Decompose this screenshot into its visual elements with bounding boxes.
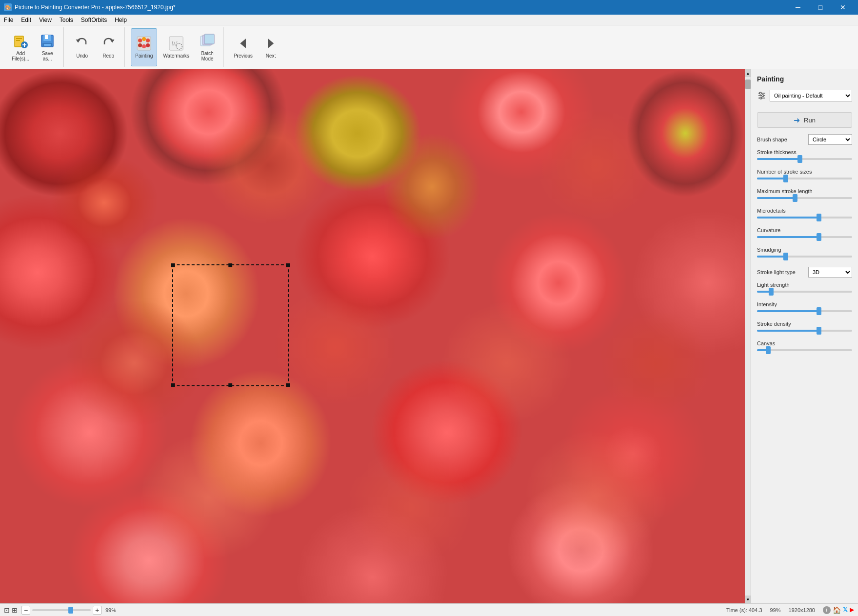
slider-track-light-strength[interactable] [757, 291, 852, 293]
save-as-button[interactable]: Save as... [35, 28, 60, 66]
next-button[interactable]: Next [259, 28, 283, 66]
slider-thumb-num-stroke-sizes[interactable] [783, 175, 788, 182]
fit-view-button[interactable]: ⊡ [4, 606, 10, 614]
slider-thumb-canvas[interactable] [766, 346, 771, 354]
painting-label: Painting [135, 53, 153, 59]
slider-thumb-curvature[interactable] [817, 233, 821, 241]
menu-edit[interactable]: Edit [17, 15, 35, 25]
svg-point-29 [762, 95, 764, 97]
status-bar: ⊡ ⊞ − + 99% Time (s): 404.3 99% 1920x128… [0, 603, 858, 616]
zoom-control: − + 99% [21, 606, 116, 615]
undo-button[interactable]: Undo [70, 28, 94, 66]
zoom-in-button[interactable]: + [93, 606, 102, 615]
slider-track-smudging[interactable] [757, 256, 852, 258]
slider-section-light-strength: Light strength [751, 280, 858, 299]
menu-softorbits[interactable]: SoftOrbits [77, 15, 111, 25]
slider-label-light-strength: Light strength [757, 282, 852, 288]
presets-section: Oil painting - Default Watercolor Sketch… [751, 87, 858, 108]
slider-label-stroke-thickness: Stroke thickness [757, 149, 852, 155]
svg-point-13 [142, 37, 146, 41]
next-label: Next [266, 53, 276, 59]
redo-button[interactable]: Redo [96, 28, 121, 66]
slider-label-max-stroke-length: Maximum stroke length [757, 188, 852, 194]
scroll-thumb-vertical[interactable] [745, 79, 751, 89]
slider-label-smudging: Smudging [757, 247, 852, 253]
main-content: ▲ ▼ Painting [0, 69, 858, 603]
zoom-out-button[interactable]: − [21, 606, 30, 615]
previous-button[interactable]: Previous [230, 28, 257, 66]
zoom-slider[interactable] [32, 609, 91, 611]
svg-point-27 [759, 92, 761, 94]
slider-label-microdetails: Microdetails [757, 208, 852, 214]
run-arrow-icon: ➜ [794, 116, 800, 125]
menu-view[interactable]: View [35, 15, 56, 25]
minimize-button[interactable]: ─ [787, 0, 809, 15]
slider-track-curvature[interactable] [757, 236, 852, 238]
slider-section-num-stroke-sizes: Number of stroke sizes [751, 167, 858, 186]
canvas-area[interactable] [0, 69, 745, 603]
slider-track-stroke-density[interactable] [757, 330, 852, 332]
scroll-track-vertical[interactable] [745, 77, 751, 596]
slider-track-max-stroke-length[interactable] [757, 197, 852, 199]
zoom-thumb[interactable] [68, 607, 73, 614]
close-button[interactable]: ✕ [832, 0, 854, 15]
actual-size-button[interactable]: ⊞ [12, 606, 18, 614]
svg-marker-25 [268, 39, 274, 48]
slider-thumb-smudging[interactable] [783, 253, 788, 260]
watermarks-icon: W [168, 36, 184, 51]
batch-mode-button[interactable]: Batch Mode [195, 28, 220, 66]
slider-label-num-stroke-sizes: Number of stroke sizes [757, 169, 852, 175]
slider-thumb-max-stroke-length[interactable] [793, 194, 797, 202]
undo-icon [74, 36, 90, 51]
slider-thumb-stroke-density[interactable] [817, 327, 821, 335]
svg-rect-23 [204, 34, 214, 44]
youtube-icon[interactable]: ▶ [850, 606, 854, 614]
presets-select[interactable]: Oil painting - Default Watercolor Sketch… [770, 90, 852, 101]
redo-label: Redo [102, 53, 114, 59]
info-icon[interactable]: i [823, 606, 831, 614]
slider-section-stroke-thickness: Stroke thickness [751, 147, 858, 167]
maximize-button[interactable]: □ [809, 0, 832, 15]
slider-thumb-stroke-thickness[interactable] [797, 155, 802, 163]
twitter-icon[interactable]: 𝕏 [843, 606, 848, 614]
slider-section-intensity: Intensity [751, 299, 858, 319]
vertical-scrollbar[interactable]: ▲ ▼ [745, 69, 751, 603]
presets-icon[interactable] [757, 91, 767, 100]
slider-track-stroke-thickness[interactable] [757, 158, 852, 160]
menu-file[interactable]: File [0, 15, 17, 25]
slider-thumb-intensity[interactable] [817, 307, 821, 315]
menu-help[interactable]: Help [111, 15, 131, 25]
previous-label: Previous [234, 53, 253, 59]
sliders-container-2: Light strengthIntensityStroke densityCan… [751, 280, 858, 358]
stroke-light-type-select[interactable]: 3D 2D None [808, 267, 852, 278]
slider-track-intensity[interactable] [757, 310, 852, 312]
svg-marker-24 [240, 39, 246, 48]
slider-fill-num-stroke-sizes [757, 178, 786, 179]
slider-section-canvas: Canvas [751, 338, 858, 358]
save-as-icon [40, 33, 55, 49]
home-icon[interactable]: 🏠 [833, 606, 841, 614]
slider-thumb-light-strength[interactable] [769, 288, 774, 296]
slider-fill-intensity [757, 310, 819, 312]
menu-bar: File Edit View Tools SoftOrbits Help [0, 15, 858, 25]
painting-overlay [0, 69, 745, 603]
painting-button[interactable]: Painting [131, 28, 157, 66]
previous-icon [235, 36, 251, 51]
brush-shape-select[interactable]: Circle Square Diamond [808, 134, 852, 145]
menu-tools[interactable]: Tools [56, 15, 77, 25]
resolution-display: 1920x1280 [789, 607, 815, 613]
scroll-down-button[interactable]: ▼ [745, 596, 751, 603]
watermarks-button[interactable]: W Watermarks [159, 28, 193, 66]
slider-label-curvature: Curvature [757, 227, 852, 233]
slider-thumb-microdetails[interactable] [817, 214, 821, 221]
scroll-up-button[interactable]: ▲ [745, 69, 751, 77]
slider-track-num-stroke-sizes[interactable] [757, 178, 852, 179]
run-button[interactable]: ➜ Run [757, 112, 852, 128]
status-right: Time (s): 404.3 99% 1920x1280 i 🏠 𝕏 ▶ [726, 606, 854, 614]
slider-track-canvas[interactable] [757, 349, 852, 351]
slider-track-microdetails[interactable] [757, 217, 852, 219]
add-files-button[interactable]: Add File(s)... [8, 28, 33, 66]
svg-point-12 [138, 39, 142, 42]
slider-fill-smudging [757, 256, 786, 258]
title-bar: 🎨 Picture to Painting Converter Pro - ap… [0, 0, 858, 15]
